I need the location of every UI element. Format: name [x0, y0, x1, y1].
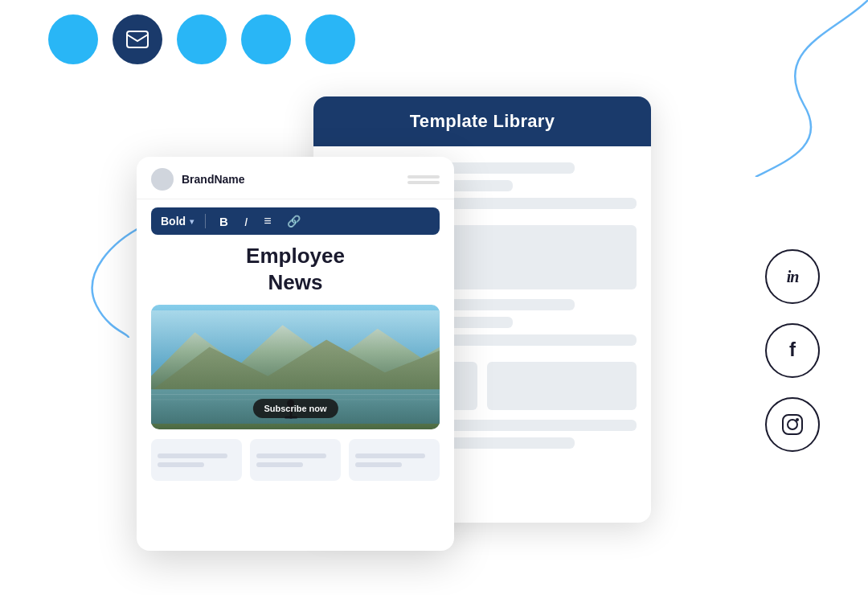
template-library-header: Template Library: [313, 96, 651, 146]
header-lines: [407, 175, 440, 184]
header-line-2: [407, 181, 440, 184]
template-library-title: Template Library: [410, 111, 555, 131]
bottom-card-1: [151, 439, 242, 481]
skeleton-col-2: [487, 362, 637, 410]
email-icon: [126, 31, 149, 48]
linkedin-icon[interactable]: in: [765, 249, 820, 304]
editor-content: Employee News: [137, 243, 454, 429]
bold-button[interactable]: B: [217, 215, 231, 228]
circle-4: [241, 14, 291, 64]
avatar: [151, 168, 174, 191]
circle-3: [177, 14, 227, 64]
link-button[interactable]: 🔗: [285, 215, 303, 228]
card-line: [256, 462, 303, 467]
header-line-1: [407, 175, 440, 178]
editor-bottom-row: [137, 439, 454, 481]
bottom-card-2: [250, 439, 341, 481]
headline-line-2: News: [151, 269, 440, 296]
instagram-inner: [782, 414, 803, 435]
hero-image: Subscribe now: [151, 305, 440, 429]
subscribe-button[interactable]: Subscribe now: [252, 399, 338, 418]
card-line: [158, 453, 227, 458]
top-circles-row: [48, 14, 355, 64]
email-editor-card: BrandName Bold ▾ B I ≡ 🔗 Employee News: [137, 157, 454, 551]
bottom-card-3: [349, 439, 440, 481]
social-icons-group: in f: [765, 249, 820, 452]
circle-5: [305, 14, 355, 64]
curve-decoration-top: [707, 0, 868, 177]
circle-1: [48, 14, 98, 64]
italic-button[interactable]: I: [242, 215, 250, 228]
card-line: [355, 453, 425, 458]
chevron-down-icon: ▾: [190, 217, 194, 226]
editor-header: BrandName: [137, 157, 454, 199]
card-line: [158, 462, 204, 467]
font-style-label: Bold: [161, 215, 186, 228]
toolbar-divider: [205, 214, 206, 228]
svg-rect-0: [127, 31, 148, 47]
linkedin-label: in: [787, 268, 799, 286]
font-style-select[interactable]: Bold ▾: [161, 215, 194, 228]
facebook-label: f: [789, 339, 796, 361]
instagram-icon[interactable]: [765, 397, 820, 452]
facebook-icon[interactable]: f: [765, 323, 820, 378]
list-button[interactable]: ≡: [261, 214, 273, 228]
headline-line-1: Employee: [151, 243, 440, 269]
brand-name: BrandName: [182, 173, 245, 186]
card-line: [256, 453, 326, 458]
email-headline: Employee News: [151, 243, 440, 295]
card-line: [355, 462, 402, 467]
email-circle: [113, 14, 162, 64]
formatting-toolbar[interactable]: Bold ▾ B I ≡ 🔗: [151, 207, 440, 235]
